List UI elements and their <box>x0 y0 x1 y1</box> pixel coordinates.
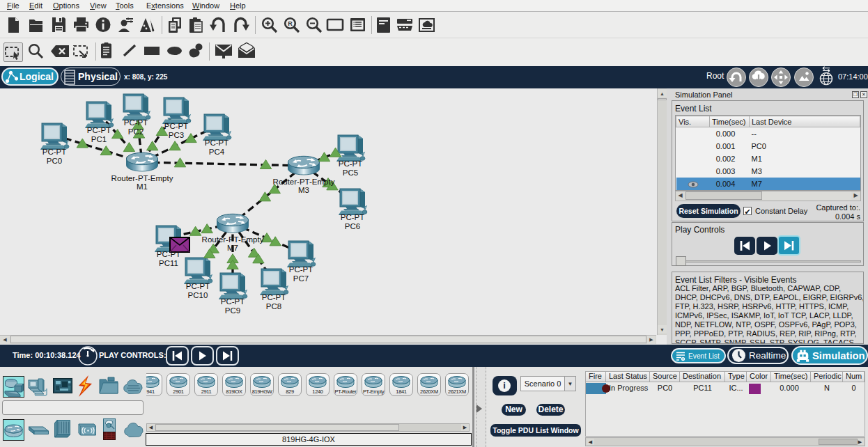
svg-text:Router-PT-Empty: Router-PT-Empty <box>273 178 335 186</box>
svg-text:PC3: PC3 <box>169 131 184 139</box>
svg-text:R: R <box>288 20 293 27</box>
svg-text:PC1: PC1 <box>91 135 107 143</box>
svg-text:PC11: PC11 <box>159 259 178 267</box>
svg-text:PC-PT: PC-PT <box>341 213 365 221</box>
svg-text:PC-PT: PC-PT <box>289 265 313 274</box>
svg-text:PC0: PC0 <box>47 157 62 165</box>
svg-text:PC-PT: PC-PT <box>164 122 189 130</box>
svg-text:PC-PT: PC-PT <box>221 297 245 306</box>
svg-text:PC8: PC8 <box>266 302 281 311</box>
svg-text:PC10: PC10 <box>188 291 208 299</box>
svg-text:PC-PT: PC-PT <box>87 126 111 134</box>
svg-text:PC6: PC6 <box>345 222 360 230</box>
svg-text:PC-PT: PC-PT <box>205 139 229 147</box>
svg-text:PC5: PC5 <box>343 168 358 177</box>
svg-text:PC-PT: PC-PT <box>262 293 286 301</box>
svg-text:PC-PT: PC-PT <box>42 148 67 156</box>
svg-text:PC7: PC7 <box>293 274 309 283</box>
svg-text:Router-PT-Empty: Router-PT-Empty <box>111 174 173 182</box>
svg-text:Router-PT-Empty: Router-PT-Empty <box>202 235 264 244</box>
svg-text:PC-PT: PC-PT <box>186 282 210 290</box>
svg-text:M7: M7 <box>227 244 238 252</box>
svg-text:PC-PT: PC-PT <box>157 250 181 258</box>
svg-text:PC2: PC2 <box>128 127 144 136</box>
svg-text:PC9: PC9 <box>225 306 240 315</box>
svg-text:PC4: PC4 <box>209 148 225 156</box>
svg-text:PC-PT: PC-PT <box>124 118 148 127</box>
svg-text:M1: M1 <box>137 182 148 191</box>
svg-text:M3: M3 <box>298 186 309 194</box>
svg-text:PC-PT: PC-PT <box>339 159 363 168</box>
